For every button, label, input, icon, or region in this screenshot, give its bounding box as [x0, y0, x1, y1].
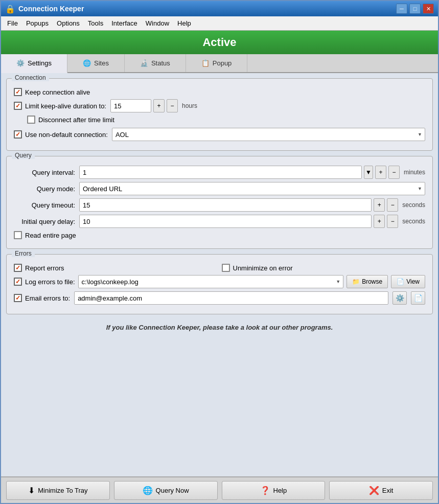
connection-select-wrap: AOL Default LAN [112, 128, 425, 141]
menu-popups[interactable]: Popups [22, 18, 53, 29]
disconnect-checkbox[interactable] [27, 116, 35, 124]
close-window-button[interactable]: ✕ [423, 4, 434, 14]
minimize-window-button[interactable]: ─ [396, 4, 407, 14]
email-input[interactable] [74, 291, 388, 305]
interval-unit: minutes [404, 169, 425, 176]
app-icon: 🔒 [5, 4, 15, 14]
timeout-input[interactable] [79, 198, 372, 212]
email-errors-checkbox[interactable] [14, 294, 22, 302]
delay-input[interactable] [79, 215, 372, 228]
disconnect-checkbox-wrap[interactable]: Disconnect after time limit [27, 116, 114, 124]
limit-duration-row: Limit keep-alive duration to: + − hours [14, 99, 425, 112]
query-timeout-row: Query timeout: + − seconds [14, 198, 425, 212]
non-default-checkbox-wrap[interactable]: Use non-default connection: [14, 130, 108, 139]
folder-icon: 📁 [352, 278, 360, 285]
interval-plus-button[interactable]: + [375, 166, 386, 179]
view-button[interactable]: 📄 View [391, 275, 425, 288]
report-errors-checkbox-wrap[interactable]: Report errors [14, 264, 218, 272]
report-errors-checkbox[interactable] [14, 264, 22, 272]
tab-status[interactable]: 🔬 Status [125, 54, 186, 72]
email-template-button[interactable]: 📄 [411, 291, 425, 305]
non-default-row: Use non-default connection: AOL Default … [14, 128, 425, 141]
unminimize-checkbox-wrap[interactable]: Unminimize on error [222, 264, 426, 272]
timeout-plus-button[interactable]: + [374, 198, 385, 212]
delay-minus-button[interactable]: − [387, 215, 398, 228]
query-interval-label: Query interval: [14, 169, 75, 176]
content-area: Connection Keep connection alive Limit k… [1, 73, 438, 503]
exit-button[interactable]: ❌ Exit [329, 481, 433, 500]
duration-unit: hours [182, 102, 197, 109]
doc-icon: 📄 [414, 294, 423, 302]
maximize-window-button[interactable]: □ [409, 4, 421, 14]
minimize-to-tray-button[interactable]: ⬇ Minimize To Tray [6, 481, 110, 500]
read-entire-checkbox-wrap[interactable]: Read entire page [14, 231, 76, 239]
query-interval-row: Query interval: ▼ + − minutes [14, 166, 425, 179]
tab-popup[interactable]: 📋 Popup [186, 54, 248, 72]
duration-input[interactable] [110, 99, 151, 112]
limit-duration-checkbox[interactable] [14, 102, 22, 110]
help-icon: ❓ [260, 486, 270, 495]
menu-options[interactable]: Options [53, 18, 84, 29]
menu-interface[interactable]: Interface [107, 18, 142, 29]
keep-alive-row: Keep connection alive [14, 88, 425, 96]
menu-window[interactable]: Window [142, 18, 173, 29]
read-entire-row: Read entire page [14, 231, 425, 239]
tab-settings[interactable]: ⚙️ Settings [1, 54, 67, 73]
duration-plus-button[interactable]: + [153, 99, 165, 112]
query-mode-row: Query mode: Ordered URL Random URL Seque… [14, 182, 425, 195]
log-path-wrap: c:\logs\conkeep.log [78, 275, 344, 288]
browse-button[interactable]: 📁 Browse [346, 275, 388, 288]
limit-duration-checkbox-wrap[interactable]: Limit keep-alive duration to: [14, 102, 106, 110]
duration-minus-button[interactable]: − [167, 99, 178, 112]
query-now-button[interactable]: 🌐 Query Now [114, 481, 218, 500]
errors-section: Errors Report errors Unminimize on error [6, 254, 433, 314]
app-title: Connection Keeper [18, 5, 396, 13]
errors-top-row: Report errors Unminimize on error [14, 264, 425, 272]
active-banner: Active [1, 31, 438, 54]
menu-file[interactable]: File [3, 18, 22, 29]
log-errors-row: Log errors to file: c:\logs\conkeep.log … [14, 275, 425, 288]
log-errors-checkbox-wrap[interactable]: Log errors to file: [14, 278, 75, 286]
email-errors-checkbox-wrap[interactable]: Email errors to: [14, 294, 70, 302]
timeout-spinner: + − [79, 198, 398, 212]
interval-minus-button[interactable]: − [388, 166, 400, 179]
settings-icon: ⚙️ [16, 59, 25, 67]
query-interval-input[interactable] [79, 166, 362, 179]
menu-tools[interactable]: Tools [84, 18, 107, 29]
timeout-minus-button[interactable]: − [387, 198, 398, 212]
initial-delay-label: Initial query delay: [14, 218, 75, 225]
window-controls: ─ □ ✕ [396, 4, 434, 14]
query-section-title: Query [12, 152, 35, 159]
connection-section-title: Connection [12, 74, 49, 81]
connection-select[interactable]: AOL Default LAN [112, 128, 425, 141]
query-icon: 🌐 [143, 486, 153, 495]
popup-icon: 📋 [201, 59, 210, 67]
read-entire-checkbox[interactable] [14, 231, 22, 239]
non-default-checkbox[interactable] [14, 130, 22, 139]
initial-delay-row: Initial query delay: + − seconds [14, 215, 425, 228]
keep-alive-checkbox-wrap[interactable]: Keep connection alive [14, 88, 90, 96]
tray-icon: ⬇ [28, 486, 35, 495]
interval-dropdown-button[interactable]: ▼ [364, 166, 373, 179]
log-errors-checkbox[interactable] [14, 278, 22, 286]
keep-alive-checkbox[interactable] [14, 88, 22, 96]
main-scroll: Connection Keep connection alive Limit k… [1, 73, 438, 476]
query-mode-select[interactable]: Ordered URL Random URL Sequential [79, 182, 425, 195]
delay-plus-button[interactable]: + [374, 215, 385, 228]
title-bar: 🔒 Connection Keeper ─ □ ✕ [1, 1, 438, 16]
email-settings-button[interactable]: ⚙️ [392, 291, 407, 305]
disconnect-row: Disconnect after time limit [27, 116, 425, 124]
bottom-toolbar: ⬇ Minimize To Tray 🌐 Query Now ❓ Help ❌ … [1, 476, 438, 503]
errors-section-title: Errors [12, 250, 35, 257]
unminimize-checkbox[interactable] [222, 264, 230, 272]
delay-unit: seconds [402, 218, 425, 225]
tab-sites[interactable]: 🌐 Sites [67, 54, 125, 72]
gear-icon: ⚙️ [396, 294, 404, 302]
query-mode-select-wrap: Ordered URL Random URL Sequential [79, 182, 425, 195]
menu-bar: File Popups Options Tools Interface Wind… [1, 16, 438, 31]
menu-help[interactable]: Help [173, 18, 195, 29]
help-button[interactable]: ❓ Help [222, 481, 326, 500]
duration-spinner: + − [110, 99, 178, 112]
connection-section: Connection Keep connection alive Limit k… [6, 78, 433, 151]
log-path-select[interactable]: c:\logs\conkeep.log [78, 275, 344, 288]
